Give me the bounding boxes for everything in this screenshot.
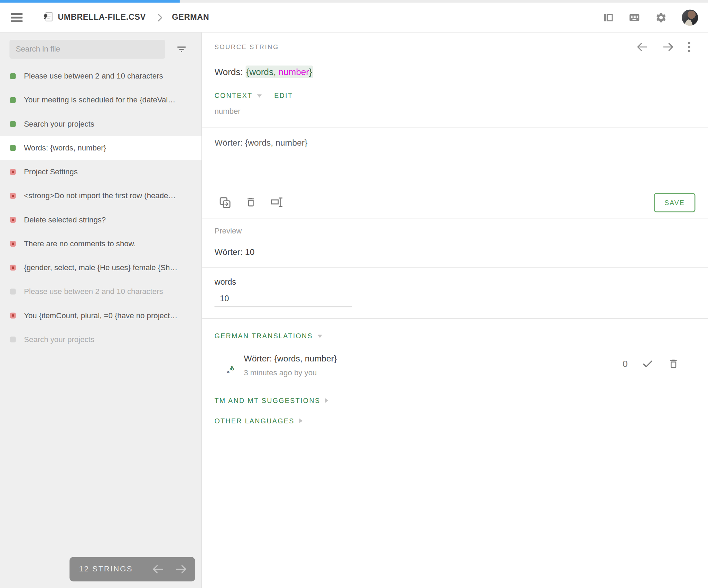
user-avatar[interactable] bbox=[682, 9, 698, 26]
other-languages-toggle[interactable]: OTHER LANGUAGES bbox=[202, 417, 708, 443]
translations-section: GERMAN TRANSLATIONS あa Wörter: {words, n… bbox=[202, 319, 708, 443]
dropdown-arrow-icon bbox=[257, 93, 262, 98]
string-status-indicator bbox=[10, 73, 16, 79]
param-label: words bbox=[202, 268, 708, 287]
string-list-item[interactable]: Words: {words, number} bbox=[0, 136, 202, 160]
string-list-item[interactable]: Project Settings bbox=[0, 160, 202, 184]
vote-count: 0 bbox=[623, 359, 628, 369]
editor-main-panel: SOURCE STRING Words: {words, number} CON… bbox=[202, 33, 708, 588]
string-status-indicator bbox=[10, 337, 16, 342]
string-list-item[interactable]: Please use between 2 and 10 characters bbox=[0, 279, 202, 303]
string-label: Search your projects bbox=[24, 335, 94, 344]
source-string-text: Words: {words, number} bbox=[214, 67, 695, 77]
string-label: Project Settings bbox=[24, 167, 78, 176]
translator-avatar: あa bbox=[214, 354, 232, 372]
select-placeholder-icon[interactable] bbox=[270, 196, 283, 209]
split-view-icon[interactable] bbox=[603, 12, 614, 23]
csv-file-icon bbox=[43, 11, 53, 23]
string-list-item[interactable]: <strong>Do not import the first row (hea… bbox=[0, 184, 202, 208]
expand-arrow-icon bbox=[324, 397, 329, 403]
file-progress-fill bbox=[0, 0, 180, 3]
string-status-indicator bbox=[10, 145, 16, 151]
strings-count-label: 12 STRINGS bbox=[79, 565, 133, 574]
top-bar: UMBRELLA-FILE.CSV GERMAN bbox=[0, 3, 708, 33]
preview-header: Preview bbox=[202, 219, 708, 236]
translation-entry-meta: 3 minutes ago by you bbox=[244, 369, 337, 378]
search-input[interactable] bbox=[9, 40, 165, 59]
prev-string-icon[interactable] bbox=[636, 42, 648, 52]
string-label: Words: {words, number} bbox=[24, 144, 106, 153]
string-status-indicator bbox=[10, 193, 16, 199]
string-status-indicator bbox=[10, 241, 16, 247]
pill-prev-icon[interactable] bbox=[152, 564, 164, 574]
translation-entry: あa Wörter: {words, number} 3 minutes ago… bbox=[202, 354, 708, 378]
source-string-section: SOURCE STRING Words: {words, number} CON… bbox=[202, 33, 708, 127]
string-label: Please use between 2 and 10 characters bbox=[24, 287, 163, 296]
expand-arrow-icon bbox=[298, 418, 303, 424]
preview-rendered-text: Wörter: 10 bbox=[202, 247, 708, 267]
icu-placeholder[interactable]: {words, number} bbox=[245, 65, 313, 78]
breadcrumb-language[interactable]: GERMAN bbox=[172, 13, 209, 22]
translation-editor[interactable]: Wörter: {words, number} bbox=[202, 127, 708, 184]
context-toggle[interactable]: CONTEXT bbox=[214, 92, 252, 99]
string-label: You {itemCount, plural, =0 {have no proj… bbox=[24, 311, 177, 320]
strings-sidebar: Please use between 2 and 10 characters Y… bbox=[0, 33, 202, 588]
source-string-header: SOURCE STRING bbox=[214, 43, 279, 50]
strings-count-pill: 12 STRINGS bbox=[69, 557, 195, 581]
string-label: {gender, select, male {He uses} female {… bbox=[24, 263, 177, 272]
string-status-indicator bbox=[10, 265, 16, 270]
string-label: Search your projects bbox=[24, 119, 94, 128]
string-list-item[interactable]: {gender, select, male {He uses} female {… bbox=[0, 256, 202, 279]
string-status-indicator bbox=[10, 121, 16, 127]
string-status-indicator bbox=[10, 169, 16, 175]
string-label: There are no comments to show. bbox=[24, 239, 136, 248]
string-list-item[interactable]: Delete selected strings? bbox=[0, 208, 202, 232]
translations-header[interactable]: GERMAN TRANSLATIONS bbox=[214, 332, 313, 340]
delete-translation-icon[interactable] bbox=[245, 196, 257, 209]
string-list-item[interactable]: There are no comments to show. bbox=[0, 232, 202, 256]
dropdown-arrow-icon bbox=[317, 334, 323, 338]
pill-next-icon[interactable] bbox=[175, 564, 187, 574]
string-list-item[interactable]: You {itemCount, plural, =0 {have no proj… bbox=[0, 304, 202, 328]
menu-icon[interactable] bbox=[11, 11, 22, 23]
breadcrumb-file-name[interactable]: UMBRELLA-FILE.CSV bbox=[58, 13, 146, 22]
string-list-item[interactable]: Search your projects bbox=[0, 328, 202, 351]
preview-section: Preview Wörter: 10 words bbox=[202, 219, 708, 319]
string-label: Please use between 2 and 10 characters bbox=[24, 72, 163, 81]
string-list-item[interactable]: Please use between 2 and 10 characters bbox=[0, 64, 202, 88]
string-status-indicator bbox=[10, 217, 16, 223]
delete-entry-icon[interactable] bbox=[668, 358, 679, 370]
context-edit-button[interactable]: EDIT bbox=[274, 92, 293, 99]
kebab-menu-icon[interactable] bbox=[688, 41, 690, 53]
string-list-item[interactable]: Your meeting is scheduled for the {dateV… bbox=[0, 88, 202, 112]
chevron-right-icon bbox=[157, 13, 163, 22]
string-status-indicator bbox=[10, 313, 16, 319]
string-label: Delete selected strings? bbox=[24, 215, 106, 224]
translate-badge-icon: あa bbox=[227, 366, 234, 373]
translation-editor-section: Wörter: {words, number} SAVE bbox=[202, 127, 708, 219]
string-label: Your meeting is scheduled for the {dateV… bbox=[24, 95, 175, 104]
string-label: <strong>Do not import the first row (hea… bbox=[24, 191, 176, 200]
next-string-icon[interactable] bbox=[662, 42, 674, 52]
tm-suggestions-toggle[interactable]: TM AND MT SUGGESTIONS bbox=[202, 397, 708, 404]
approve-check-icon[interactable] bbox=[642, 358, 654, 370]
string-list-item[interactable]: Search your projects bbox=[0, 112, 202, 136]
keyboard-icon[interactable] bbox=[628, 11, 640, 23]
context-value: number bbox=[214, 107, 695, 116]
filter-icon[interactable] bbox=[176, 44, 187, 55]
string-status-indicator bbox=[10, 289, 16, 295]
save-button[interactable]: SAVE bbox=[654, 193, 695, 212]
translation-entry-text: Wörter: {words, number} bbox=[244, 354, 337, 364]
copy-source-icon[interactable] bbox=[219, 196, 231, 209]
string-status-indicator bbox=[10, 97, 16, 103]
translation-editor-app: UMBRELLA-FILE.CSV GERMAN Pl bbox=[0, 0, 708, 588]
file-progress-bar bbox=[0, 0, 708, 3]
param-value-input[interactable] bbox=[214, 293, 352, 307]
gear-icon[interactable] bbox=[655, 11, 667, 23]
string-list: Please use between 2 and 10 characters Y… bbox=[0, 64, 202, 351]
